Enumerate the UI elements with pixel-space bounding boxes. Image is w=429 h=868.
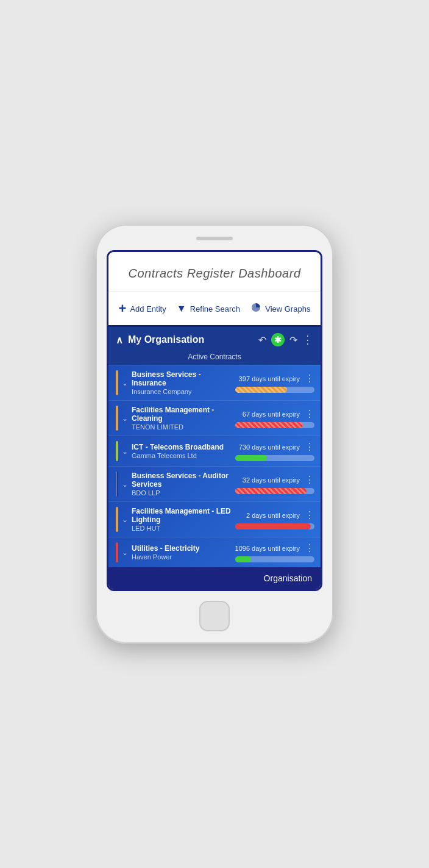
days-until-expiry: 32 days until expiry ⋮ (243, 474, 314, 486)
contract-right: 397 days until expiry ⋮ (235, 373, 314, 393)
section-title: My Organisation (128, 334, 204, 345)
contract-right: 1096 days until expiry ⋮ (235, 542, 314, 562)
redo-icon[interactable]: ↷ (289, 334, 297, 346)
progress-bar-background (235, 523, 314, 529)
section-footer-label: Organisation (264, 573, 312, 583)
progress-bar-fill (235, 422, 303, 428)
section-footer: Organisation (108, 567, 321, 589)
contract-info: Utilities - Electricity Haven Power (132, 544, 232, 561)
asterisk-icon[interactable]: ✱ (271, 333, 285, 346)
contract-name: Facilities Management - Cleaning (132, 406, 232, 423)
accent-bar (116, 406, 118, 431)
undo-icon[interactable]: ↶ (258, 334, 266, 346)
progress-bar-background (235, 455, 314, 461)
days-until-expiry: 2 days until expiry ⋮ (246, 509, 314, 521)
accent-bar (116, 370, 118, 395)
page-title: Contracts Register Dashboard (118, 267, 311, 281)
progress-bar-fill (235, 523, 311, 529)
contract-row: ⌄ Facilities Management - LED Lighting L… (108, 501, 321, 537)
days-until-expiry: 730 days until expiry ⋮ (239, 441, 314, 453)
row-chevron[interactable]: ⌄ (122, 480, 128, 489)
contract-name: Facilities Management - LED Lighting (132, 507, 232, 524)
view-graphs-label: View Graphs (265, 304, 310, 314)
contract-row: ⌄ Business Services - Auditor Services B… (108, 466, 321, 501)
accent-bar (116, 441, 118, 461)
contract-name: ICT - Telecoms Broadband (132, 443, 232, 451)
row-menu-dots[interactable]: ⋮ (305, 509, 314, 521)
more-options-icon[interactable]: ⋮ (302, 333, 313, 346)
days-until-expiry: 397 days until expiry ⋮ (239, 373, 314, 384)
contract-company: Haven Power (132, 553, 232, 561)
days-until-expiry: 1096 days until expiry ⋮ (235, 542, 314, 554)
pie-chart-icon (250, 302, 261, 315)
progress-bar-background (235, 387, 314, 393)
progress-bar-fill (235, 455, 267, 461)
contract-name: Business Services - Insurance (132, 370, 232, 387)
row-chevron[interactable]: ⌄ (122, 447, 128, 456)
contract-right: 730 days until expiry ⋮ (235, 441, 314, 461)
row-menu-dots[interactable]: ⋮ (305, 408, 314, 420)
progress-bar-background (235, 488, 314, 494)
progress-bar-fill (235, 387, 287, 393)
contract-company: Gamma Telecoms Ltd (132, 452, 232, 459)
row-menu-dots[interactable]: ⋮ (305, 373, 314, 384)
active-contracts-label: Active Contracts (108, 351, 321, 365)
accent-bar (116, 472, 118, 497)
phone-speaker (196, 237, 233, 240)
progress-bar-background (235, 422, 314, 428)
days-until-expiry: 67 days until expiry ⋮ (243, 408, 314, 420)
phone-screen: Contracts Register Dashboard + Add Entit… (107, 250, 322, 591)
contract-right: 67 days until expiry ⋮ (235, 408, 314, 428)
contract-right: 32 days until expiry ⋮ (235, 474, 314, 494)
contract-company: TENON LIMITED (132, 423, 232, 431)
contract-company: LED HUT (132, 525, 232, 532)
section-header: ∧ My Organisation ↶ ✱ ↷ ⋮ (108, 327, 321, 351)
row-menu-dots[interactable]: ⋮ (305, 542, 314, 554)
contract-row: ⌄ Utilities - Electricity Haven Power 10… (108, 537, 321, 567)
contract-info: ICT - Telecoms Broadband Gamma Telecoms … (132, 443, 232, 459)
contract-info: Business Services - Insurance Insurance … (132, 370, 232, 395)
contract-info: Business Services - Auditor Services BDO… (132, 472, 232, 497)
contract-name: Utilities - Electricity (132, 544, 232, 553)
row-chevron[interactable]: ⌄ (122, 379, 128, 387)
action-bar: + Add Entity ▼ Refine Search View Graphs (108, 292, 321, 325)
collapse-chevron[interactable]: ∧ (116, 334, 123, 346)
row-chevron[interactable]: ⌄ (122, 548, 128, 557)
plus-icon: + (119, 301, 127, 317)
contract-info: Facilities Management - LED Lighting LED… (132, 507, 232, 532)
accent-bar (116, 542, 118, 562)
view-graphs-button[interactable]: View Graphs (250, 302, 310, 315)
accent-bar (116, 507, 118, 532)
home-button[interactable] (199, 601, 230, 631)
refine-search-label: Refine Search (190, 304, 240, 314)
add-entity-label: Add Entity (130, 304, 166, 314)
progress-bar-background (235, 556, 314, 562)
contract-right: 2 days until expiry ⋮ (235, 509, 314, 529)
contract-name: Business Services - Auditor Services (132, 472, 232, 489)
contract-company: BDO LLP (132, 489, 232, 497)
section-title-group: ∧ My Organisation (116, 334, 204, 346)
contract-row: ⌄ Facilities Management - Cleaning TENON… (108, 400, 321, 436)
row-menu-dots[interactable]: ⋮ (305, 474, 314, 486)
contract-row: ⌄ ICT - Telecoms Broadband Gamma Telecom… (108, 436, 321, 466)
row-menu-dots[interactable]: ⋮ (305, 441, 314, 453)
my-organisation-section: ∧ My Organisation ↶ ✱ ↷ ⋮ Active Contrac… (108, 325, 321, 589)
contract-row: ⌄ Business Services - Insurance Insuranc… (108, 365, 321, 400)
filter-icon: ▼ (177, 303, 186, 314)
section-icons: ↶ ✱ ↷ ⋮ (258, 333, 313, 346)
screen-header: Contracts Register Dashboard (108, 252, 321, 292)
row-chevron[interactable]: ⌄ (122, 515, 128, 524)
refine-search-button[interactable]: ▼ Refine Search (177, 303, 240, 314)
contract-company: Insurance Company (132, 388, 232, 395)
add-entity-button[interactable]: + Add Entity (119, 301, 166, 317)
progress-bar-fill (235, 556, 251, 562)
progress-bar-fill (235, 488, 307, 494)
phone-frame: Contracts Register Dashboard + Add Entit… (96, 224, 333, 644)
contract-info: Facilities Management - Cleaning TENON L… (132, 406, 232, 431)
row-chevron[interactable]: ⌄ (122, 414, 128, 423)
